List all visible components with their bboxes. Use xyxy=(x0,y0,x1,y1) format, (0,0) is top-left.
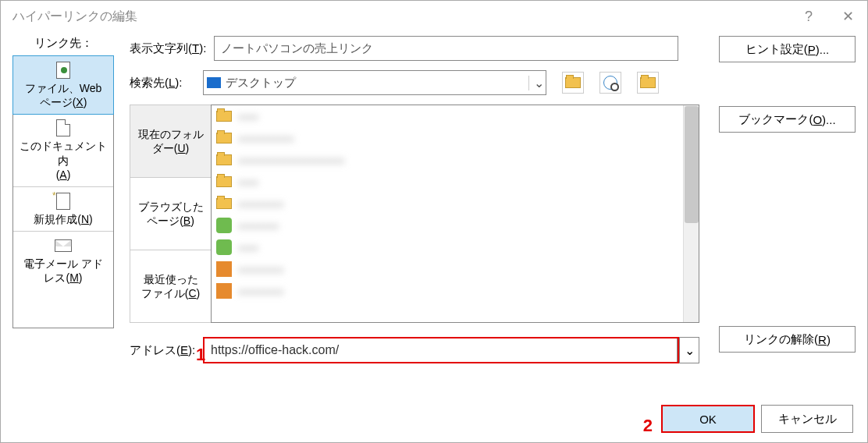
sidebar-item-email[interactable]: 電子メール アド レス(M) xyxy=(13,232,113,289)
list-item[interactable]: xxxxxxxxxxx xyxy=(212,127,699,149)
up-folder-button[interactable] xyxy=(562,72,584,94)
folder-up-icon xyxy=(565,77,581,88)
sidebar-item-file-web[interactable]: ファイル、Web ページ(X) xyxy=(12,55,114,115)
list-item[interactable]: xxxxxxxxxxxxxxxxxxxxx xyxy=(212,149,699,171)
display-text-label: 表示文字列(T): xyxy=(130,41,209,56)
list-item[interactable]: xxxx xyxy=(212,105,699,127)
annotation-marker-1: 1 xyxy=(196,345,205,365)
browse-tab-browsed-pages[interactable]: ブラウズしたページ(B) xyxy=(130,178,211,250)
browse-tab-current-folder[interactable]: 現在のフォルダー(U) xyxy=(130,105,211,178)
sidebar-item-label: このドキュメント内 xyxy=(16,139,110,167)
file-icon xyxy=(216,283,232,299)
lookin-combo[interactable]: デスクトップ ⌄ xyxy=(203,70,546,95)
bookmark-button[interactable]: ブックマーク(O)... xyxy=(719,106,856,133)
browse-file-button[interactable] xyxy=(637,72,659,94)
browse-tabs: 現在のフォルダー(U) ブラウズしたページ(B) 最近使ったファイル(C) xyxy=(130,105,211,323)
remove-link-button[interactable]: リンクの解除(R) xyxy=(719,326,856,353)
lookin-value: デスクトップ xyxy=(226,76,528,90)
list-item[interactable]: xxxx xyxy=(212,236,699,258)
browse-tab-recent-files[interactable]: 最近使ったファイル(C) xyxy=(130,250,211,322)
scrollbar[interactable] xyxy=(683,105,699,322)
sidebar-item-label: ファイル、Web xyxy=(25,81,102,95)
title-bar: ハイパーリンクの編集 ? ✕ xyxy=(1,1,867,32)
help-button[interactable]: ? xyxy=(789,1,828,32)
address-dropdown[interactable]: ⌄ xyxy=(679,337,699,363)
list-item[interactable]: xxxx xyxy=(212,171,699,193)
folder-icon xyxy=(216,154,232,165)
address-label: アドレス(E): xyxy=(130,343,198,358)
folder-icon xyxy=(216,111,232,122)
address-input[interactable] xyxy=(205,338,678,362)
annotation-marker-2: 2 xyxy=(643,416,653,436)
sidebar-item-label: 電子メール アド xyxy=(23,257,103,271)
app-icon xyxy=(216,218,232,233)
dialog-title: ハイパーリンクの編集 xyxy=(12,9,137,25)
new-document-icon xyxy=(52,192,74,211)
cancel-button[interactable]: キャンセル xyxy=(761,405,853,433)
sidebar-item-label: (A) xyxy=(56,168,71,182)
sidebar-item-label: 新規作成(N) xyxy=(34,212,92,226)
sidebar-item-this-document[interactable]: このドキュメント内 (A) xyxy=(13,114,113,187)
desktop-icon xyxy=(207,77,221,88)
list-item[interactable]: xxxxxxxxx xyxy=(212,193,699,214)
lookin-label: 検索先(L): xyxy=(130,76,198,90)
mail-icon xyxy=(52,236,74,255)
globe-search-icon xyxy=(603,76,617,90)
sidebar-item-label: ページ(X) xyxy=(40,95,87,109)
close-button[interactable]: ✕ xyxy=(828,1,867,32)
folder-open-icon xyxy=(640,77,656,88)
document-icon xyxy=(52,119,74,137)
file-list[interactable]: xxxx xxxxxxxxxxx xxxxxxxxxxxxxxxxxxxxx x… xyxy=(211,105,699,323)
linkto-label: リンク先： xyxy=(34,36,93,51)
folder-icon xyxy=(216,176,232,187)
folder-icon xyxy=(216,198,232,209)
sidebar-item-label: レス(M) xyxy=(44,271,82,285)
file-icon xyxy=(216,261,232,277)
display-text-input[interactable] xyxy=(214,36,678,61)
list-item[interactable]: xxxxxxxx xyxy=(212,214,699,236)
app-icon xyxy=(216,239,232,255)
chevron-down-icon[interactable]: ⌄ xyxy=(528,76,542,90)
dialog-footer: OK キャンセル xyxy=(1,395,867,442)
file-web-icon xyxy=(52,61,74,80)
screentip-button[interactable]: ヒント設定(P)... xyxy=(719,36,856,62)
browse-web-button[interactable] xyxy=(599,72,621,94)
list-item[interactable]: xxxxxxxxx xyxy=(212,280,699,302)
linkto-sidebar: ファイル、Web ページ(X) このドキュメント内 (A) 新規作成(N) 電子… xyxy=(12,55,114,328)
scrollbar-thumb[interactable] xyxy=(685,106,699,223)
ok-button[interactable]: OK xyxy=(661,405,755,433)
sidebar-item-create-new[interactable]: 新規作成(N) xyxy=(13,187,113,232)
folder-icon xyxy=(216,133,232,144)
list-item[interactable]: xxxxxxxxx xyxy=(212,258,699,280)
